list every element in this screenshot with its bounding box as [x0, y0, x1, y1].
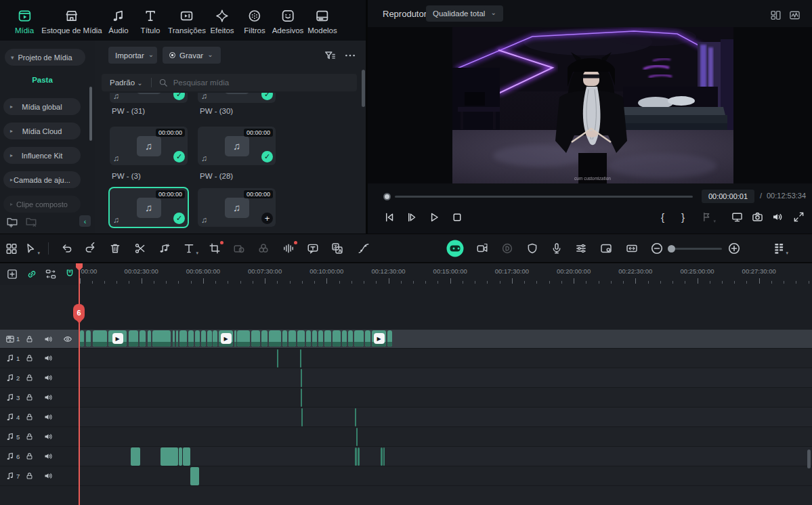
preview-video[interactable]: cum customization: [452, 27, 733, 183]
volume-icon[interactable]: [43, 471, 53, 481]
audio-clip[interactable]: [355, 408, 356, 426]
magnet-snap-icon[interactable]: [64, 269, 76, 280]
sidebar-item-clipe-composto[interactable]: ▸Clipe composto: [3, 196, 81, 213]
split-icon[interactable]: [134, 242, 146, 255]
select-tool-icon[interactable]: ▾: [24, 242, 37, 255]
video-clip[interactable]: [173, 330, 175, 347]
audio-clip[interactable]: [161, 447, 178, 466]
audio-clip[interactable]: [358, 447, 360, 466]
video-clip[interactable]: [365, 330, 370, 347]
media-item[interactable]: ♫00:00:00♫✓: [198, 127, 276, 165]
volume-icon[interactable]: [43, 393, 53, 402]
shield-icon[interactable]: [526, 242, 538, 255]
audio-clip[interactable]: [381, 447, 383, 466]
volume-icon[interactable]: [43, 334, 53, 344]
undo-icon[interactable]: [61, 242, 73, 255]
prev-frame-icon[interactable]: [383, 211, 396, 223]
ai-copilot-icon[interactable]: [447, 240, 464, 257]
video-clip[interactable]: [188, 330, 194, 347]
new-folder-icon[interactable]: [6, 215, 18, 227]
video-clip[interactable]: [261, 330, 268, 347]
lock-icon[interactable]: [25, 374, 34, 382]
video-clip[interactable]: [140, 330, 146, 347]
media-item[interactable]: ♫00:00:00♫✓: [110, 127, 188, 165]
audio-clip[interactable]: [356, 428, 358, 446]
grid-view-icon[interactable]: [5, 242, 18, 255]
video-clip[interactable]: [207, 330, 212, 347]
media-item[interactable]: ♫00:00:00♫+: [198, 188, 276, 227]
seek-handle[interactable]: [383, 193, 391, 200]
volume-icon[interactable]: [43, 373, 53, 382]
video-clip[interactable]: [195, 330, 200, 347]
crop-icon[interactable]: [209, 242, 221, 255]
video-clip[interactable]: [176, 330, 178, 347]
redo-icon[interactable]: [84, 242, 96, 255]
quality-dropdown[interactable]: Qualidade total ⌄: [426, 5, 503, 22]
volume-icon[interactable]: [771, 211, 783, 223]
audio-clip[interactable]: [179, 447, 182, 466]
video-clip[interactable]: [148, 330, 151, 347]
sidebar-item-influence-kit[interactable]: ▸Influence Kit: [3, 147, 81, 164]
lock-icon[interactable]: [25, 413, 34, 422]
lock-icon[interactable]: [25, 452, 34, 461]
media-scrollbar[interactable]: [362, 70, 365, 107]
tab-modelos[interactable]: Modelos: [307, 8, 337, 35]
tab-estoque-de-mídia[interactable]: Estoque de Mídia: [41, 8, 102, 35]
import-button[interactable]: Importar ⌄: [108, 47, 157, 64]
timeline-scrollbar[interactable]: [807, 449, 811, 468]
check-icon[interactable]: ✓: [173, 151, 185, 162]
video-clip[interactable]: [152, 330, 171, 347]
audio-clip[interactable]: [301, 408, 303, 426]
detach-audio-icon[interactable]: [158, 242, 171, 255]
search-bar[interactable]: Padrão ⌄ Pesquisar mídia: [102, 74, 357, 91]
audio-clip[interactable]: [355, 447, 357, 466]
audio-clip[interactable]: [383, 447, 385, 466]
video-clip[interactable]: [318, 330, 323, 347]
step-forward-icon[interactable]: [406, 211, 418, 223]
video-clip[interactable]: [282, 330, 287, 347]
tab-transições[interactable]: Transições: [168, 8, 206, 35]
video-clip[interactable]: [86, 330, 91, 347]
audio-clip[interactable]: [300, 349, 301, 368]
video-clip[interactable]: [289, 330, 296, 347]
check-icon[interactable]: ✓: [261, 93, 273, 100]
video-clip[interactable]: ▶: [219, 330, 233, 347]
video-scope-icon[interactable]: [789, 9, 800, 21]
marker-flag-icon[interactable]: ▾: [701, 211, 712, 223]
video-clip[interactable]: [269, 330, 281, 347]
timeline-ruler[interactable]: 00:0000:02:30:0000:05:00:0000:07:30:0000…: [78, 263, 812, 285]
video-clip[interactable]: [213, 330, 217, 347]
lock-icon[interactable]: [25, 393, 34, 402]
zoom-in-icon[interactable]: [727, 242, 741, 255]
zoom-slider-handle[interactable]: [668, 245, 675, 252]
media-item[interactable]: ♫00:00:00♫✓: [110, 188, 188, 227]
project-media-dropdown[interactable]: ▾ Projeto de Mídia: [5, 49, 85, 66]
display-device-icon[interactable]: [731, 211, 743, 223]
media-item[interactable]: ♫00:00:00♫✓: [110, 93, 188, 103]
mask-icon[interactable]: [233, 242, 245, 255]
video-clip[interactable]: [354, 330, 364, 347]
video-clip[interactable]: [179, 330, 187, 347]
video-clip[interactable]: [342, 330, 347, 347]
translate-icon[interactable]: [331, 242, 343, 255]
sidebar-scrollbar[interactable]: [89, 87, 92, 141]
video-clip[interactable]: [234, 330, 236, 347]
video-clip[interactable]: [80, 330, 84, 347]
ripple-edit-icon[interactable]: [45, 269, 57, 280]
audio-clip[interactable]: [131, 447, 140, 466]
ai-audio-icon[interactable]: [282, 242, 295, 255]
search-input[interactable]: Pesquisar mídia: [173, 79, 229, 87]
eye-icon[interactable]: [63, 334, 72, 344]
video-clip[interactable]: [312, 330, 317, 347]
link-clips-icon[interactable]: [26, 269, 38, 280]
volume-icon[interactable]: [43, 452, 53, 461]
timeline-zoom-slider[interactable]: [668, 248, 722, 250]
video-clip[interactable]: [348, 330, 353, 347]
collapse-sidebar-button[interactable]: ‹: [79, 215, 91, 227]
video-clip[interactable]: [201, 330, 206, 347]
mark-out-icon[interactable]: }: [681, 211, 685, 223]
export-clip-icon[interactable]: [476, 242, 488, 255]
add-icon[interactable]: +: [261, 213, 273, 224]
volume-icon[interactable]: [43, 353, 53, 363]
video-clip[interactable]: ▶: [108, 330, 127, 347]
